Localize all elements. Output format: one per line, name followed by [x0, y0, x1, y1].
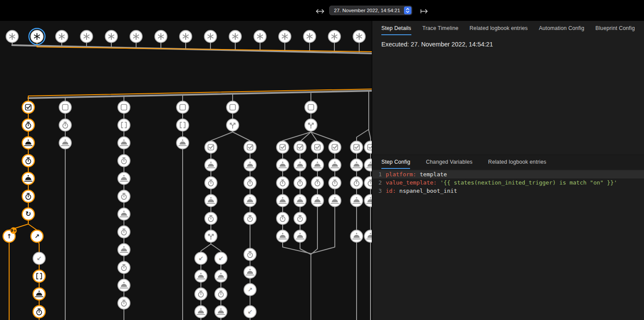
trace-node-service-call-bell-icon[interactable]: [244, 266, 256, 278]
trace-node-service-call-bell-icon[interactable]: [22, 137, 34, 149]
trace-node-trigger-asterisk-icon[interactable]: [304, 30, 316, 43]
trace-node-service-call-bell-icon[interactable]: [195, 270, 207, 282]
trace-node-choose-split-icon[interactable]: [227, 119, 239, 131]
trace-node-delay-timer-icon[interactable]: [59, 119, 71, 131]
trace-node-choose-split-icon[interactable]: [305, 119, 317, 131]
trace-node-delay-timer-icon[interactable]: [118, 226, 130, 238]
trace-node-trigger-asterisk-icon[interactable]: [130, 30, 142, 43]
trace-node-condition-checked-icon[interactable]: [22, 101, 34, 113]
trace-node-code-brackets-icon[interactable]: [118, 119, 130, 131]
trace-node-arrow-bottom-left-icon[interactable]: ↙: [33, 252, 45, 264]
tab-step-config[interactable]: Step Config: [381, 155, 410, 169]
trace-node-condition-box-icon[interactable]: [118, 101, 130, 113]
trace-node-choose-split-icon[interactable]: [205, 230, 217, 242]
trace-node-condition-box-icon[interactable]: [305, 101, 317, 113]
trace-node-trigger-asterisk-icon[interactable]: [353, 30, 365, 43]
trace-node-condition-box-icon[interactable]: [227, 101, 239, 113]
next-trace-button[interactable]: [418, 7, 430, 17]
trace-node-condition-checked-icon[interactable]: [244, 141, 256, 153]
trace-node-service-call-bell-icon[interactable]: [350, 195, 363, 207]
trace-node-service-call-bell-icon[interactable]: [364, 230, 372, 242]
trace-node-arrow-top-right-icon[interactable]: ↗: [244, 284, 256, 296]
tab-blueprint-config[interactable]: Blueprint Config: [595, 21, 635, 35]
trace-node-service-call-bell-icon[interactable]: [118, 208, 130, 220]
trace-node-service-call-bell-icon[interactable]: [329, 195, 341, 207]
trace-node-service-call-bell-icon[interactable]: [118, 279, 130, 291]
trace-node-delay-timer-icon[interactable]: [244, 177, 256, 189]
trace-node-delay-timer-icon[interactable]: [350, 177, 363, 189]
trace-node-trigger-asterisk-icon[interactable]: [155, 30, 167, 43]
prev-trace-button[interactable]: [314, 7, 327, 17]
trace-node-trigger-asterisk-icon[interactable]: [229, 30, 241, 43]
trace-node-service-call-bell-icon[interactable]: [294, 195, 306, 207]
trace-node-code-brackets-icon[interactable]: [177, 119, 189, 131]
trace-node-delay-timer-icon[interactable]: [294, 177, 306, 189]
trace-node-service-call-bell-icon[interactable]: [350, 159, 363, 171]
trace-node-trigger-asterisk-icon[interactable]: [180, 30, 192, 43]
tab-changed-variables[interactable]: Changed Variables: [426, 155, 472, 169]
trace-node-service-call-bell-icon[interactable]: [311, 159, 324, 171]
trace-node-service-call-bell-icon[interactable]: [33, 288, 45, 300]
tab-trace-timeline[interactable]: Trace Timeline: [422, 21, 458, 35]
trace-node-delay-timer-icon[interactable]: [215, 288, 227, 300]
trace-node-trigger-asterisk-icon[interactable]: [105, 30, 117, 43]
trace-node-delay-timer-icon[interactable]: [329, 177, 341, 189]
trace-node-trigger-asterisk-icon[interactable]: [279, 30, 291, 43]
trace-node-condition-checked-icon[interactable]: [364, 141, 372, 153]
tab-step-related-logbook-entries[interactable]: Related logbook entries: [488, 155, 547, 169]
trace-node-repeat-refresh-icon[interactable]: ↻: [22, 208, 34, 220]
trace-node-arrow-bottom-left-icon[interactable]: ↙: [195, 252, 207, 264]
trace-node-condition-checked-icon[interactable]: [277, 141, 289, 153]
trace-node-delay-timer-icon[interactable]: [294, 212, 306, 224]
trace-node-delay-timer-icon[interactable]: [118, 155, 130, 167]
trace-node-arrow-top-right-icon[interactable]: ↗: [31, 230, 43, 242]
trace-node-condition-checked-icon[interactable]: [350, 141, 363, 153]
trace-node-service-call-bell-icon[interactable]: [294, 159, 306, 171]
trace-node-service-call-bell-icon[interactable]: [277, 230, 289, 242]
trace-node-trigger-asterisk-icon[interactable]: [6, 30, 18, 43]
trace-run-select[interactable]: 27. November 2022, 14:54:21: [329, 6, 412, 15]
trace-node-service-call-bell-icon[interactable]: [195, 306, 207, 318]
trace-node-delay-timer-icon[interactable]: [277, 177, 289, 189]
trace-node-service-call-bell-icon[interactable]: [364, 195, 372, 207]
tab-related-logbook-entries[interactable]: Related logbook entries: [470, 21, 528, 35]
trace-node-service-call-bell-icon[interactable]: [205, 195, 217, 207]
trace-node-trigger-asterisk-icon[interactable]: [328, 30, 340, 43]
trace-node-delay-timer-icon[interactable]: [205, 212, 217, 224]
trace-graph[interactable]: ↻↑9+↗↙↙↙↗↙: [0, 21, 372, 320]
trace-node-condition-checked-icon[interactable]: [294, 141, 306, 153]
trace-node-delay-timer-icon[interactable]: [22, 155, 34, 167]
trace-node-service-call-bell-icon[interactable]: [277, 195, 289, 207]
trace-node-arrow-bottom-left-icon[interactable]: ↙: [215, 252, 227, 264]
trace-node-trigger-asterisk-icon[interactable]: [254, 30, 266, 43]
trace-node-service-call-bell-icon[interactable]: [205, 159, 217, 171]
trace-node-service-call-bell-icon[interactable]: [364, 159, 372, 171]
trace-node-service-call-bell-icon[interactable]: [118, 137, 130, 149]
trace-node-delay-timer-icon[interactable]: [118, 297, 130, 309]
trace-node-delay-timer-icon[interactable]: [244, 248, 256, 261]
tab-automation-config[interactable]: Automation Config: [539, 21, 584, 35]
trace-node-service-call-bell-icon[interactable]: [311, 195, 324, 207]
trace-node-service-call-bell-icon[interactable]: [59, 137, 71, 149]
trace-node-trigger-asterisk-icon[interactable]: [80, 30, 93, 43]
trace-node-condition-checked-icon[interactable]: [329, 141, 341, 153]
trace-node-service-call-bell-icon[interactable]: [329, 159, 341, 171]
trace-node-delay-timer-icon[interactable]: [195, 288, 207, 300]
trace-node-delay-timer-icon[interactable]: [22, 190, 34, 202]
trace-node-code-brackets-icon[interactable]: [33, 270, 45, 282]
trace-node-condition-box-icon[interactable]: [177, 101, 189, 113]
trace-node-condition-box-icon[interactable]: [59, 101, 71, 113]
trace-node-service-call-bell-icon[interactable]: [215, 270, 227, 282]
trace-node-delay-timer-icon[interactable]: [364, 177, 372, 189]
trace-node-trigger-asterisk-icon[interactable]: [56, 30, 68, 43]
trace-node-service-call-bell-icon[interactable]: [244, 159, 256, 171]
tab-step-details[interactable]: Step Details: [381, 21, 411, 35]
trace-node-delay-timer-icon[interactable]: [22, 119, 34, 131]
trace-node-delay-timer-icon[interactable]: [205, 177, 217, 189]
trace-node-delay-timer-icon[interactable]: [244, 212, 256, 224]
trace-node-delay-timer-icon[interactable]: [118, 261, 130, 274]
trace-node-arrow-bottom-left-icon[interactable]: ↙: [244, 306, 256, 318]
trace-node-service-call-bell-icon[interactable]: [244, 195, 256, 207]
trace-node-service-call-bell-icon[interactable]: [350, 230, 363, 242]
trace-node-delay-timer-icon[interactable]: [118, 190, 130, 202]
